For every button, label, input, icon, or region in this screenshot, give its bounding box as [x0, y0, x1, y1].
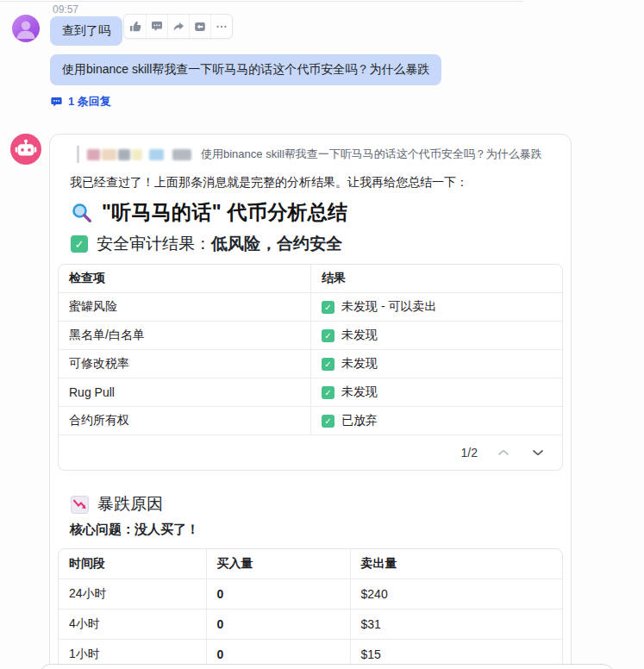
audit-heading-prefix: 安全审计结果：: [97, 234, 211, 253]
table-row: 4小时 0 $31: [59, 610, 562, 640]
chevron-down-icon: [532, 449, 544, 456]
crash-core-text: 核心问题：没人买了！: [70, 522, 557, 538]
table-row: 可修改税率 ✓未发现: [59, 350, 562, 378]
comment-button[interactable]: [146, 15, 167, 38]
table-row: Rug Pull ✓未发现: [59, 378, 562, 407]
audit-item: Rug Pull: [59, 378, 310, 407]
volume-table-header: 时间段 买入量 卖出量: [59, 549, 562, 579]
vol-buy: 0: [206, 610, 350, 640]
vol-col-sell: 卖出量: [350, 549, 562, 579]
audit-item: 合约所有权: [59, 407, 310, 435]
table-row: 合约所有权 ✓已放弃: [59, 407, 562, 435]
audit-item: 黑名单/白名单: [59, 322, 310, 350]
top-divider: [0, 1, 523, 2]
audit-item: 可修改税率: [59, 350, 310, 378]
vol-sell: $240: [350, 579, 562, 610]
vol-period: 4小时: [59, 610, 206, 640]
check-icon: ✓: [322, 358, 335, 371]
user-avatar[interactable]: [12, 15, 40, 42]
analysis-title-text: "听马马的话" 代币分析总结: [102, 199, 347, 226]
quoted-message-header[interactable]: 使用binance skill帮我查一下听马马的话这个代币安全吗？为什么暴跌: [77, 146, 557, 163]
table-row: 黑名单/白名单 ✓未发现: [59, 322, 562, 350]
vol-col-period: 时间段: [59, 549, 206, 579]
page-up-button[interactable]: [495, 447, 512, 459]
message-hover-toolbar: [123, 14, 233, 39]
more-icon: [215, 20, 228, 34]
person-icon: [12, 15, 40, 42]
chart-down-icon: [71, 496, 89, 514]
volume-table: 时间段 买入量 卖出量 24小时 0 $240 4小时 0 $31 1小时 0 …: [58, 548, 563, 669]
more-button[interactable]: [210, 15, 232, 38]
thread-reply-link[interactable]: 1 条回复: [50, 94, 111, 109]
bottom-input-box[interactable]: [39, 664, 615, 669]
vol-col-buy: 买入量: [206, 549, 350, 579]
vol-sell: $31: [350, 610, 562, 640]
robot-icon: [10, 134, 41, 165]
bot-intro-text: 我已经查过了！上面那条消息就是完整的分析结果。让我再给您总结一下：: [70, 175, 557, 191]
quote-icon: [193, 20, 207, 34]
thumbs-up-button[interactable]: [124, 15, 146, 38]
check-icon: ✓: [322, 386, 335, 399]
audit-item: 蜜罐风险: [59, 293, 310, 322]
comment-icon: [150, 20, 164, 34]
chevron-up-icon: [497, 449, 510, 456]
vol-buy: 0: [206, 579, 350, 610]
audit-col-item: 检查项: [59, 265, 310, 293]
share-button[interactable]: [167, 15, 189, 38]
bot-avatar[interactable]: [10, 134, 41, 165]
magnifier-icon: [71, 202, 93, 224]
check-icon: ✓: [322, 301, 335, 314]
audit-result: 未发现 - 可以卖出: [341, 299, 436, 315]
comment-icon: [50, 96, 63, 109]
check-icon: ✓: [322, 415, 335, 428]
crash-heading-text: 暴跌原因: [97, 493, 163, 516]
share-icon: [172, 20, 185, 34]
check-icon: ✓: [71, 235, 88, 253]
crash-reason-heading: 暴跌原因: [71, 493, 557, 516]
reply-count-label: 1 条回复: [68, 94, 111, 109]
analysis-title: "听马马的话" 代币分析总结: [71, 199, 557, 226]
page-down-button[interactable]: [529, 447, 547, 459]
table-row: 蜜罐风险 ✓未发现 - 可以卖出: [59, 293, 562, 322]
thumbs-up-icon: [128, 20, 142, 34]
redacted-username: [87, 149, 191, 160]
audit-result-heading: ✓ 安全审计结果：低风险，合约安全: [71, 233, 557, 255]
table-pagination: 1/2: [59, 435, 562, 470]
chat-bubble-short: 查到了吗: [50, 16, 122, 46]
message-timestamp: 09:57: [53, 3, 78, 16]
audit-result: 未发现: [341, 356, 378, 372]
audit-table-header: 检查项 结果: [59, 265, 562, 293]
chat-bubble-question: 使用binance skill帮我查一下听马马的话这个代币安全吗？为什么暴跌: [50, 54, 441, 85]
audit-col-result: 结果: [310, 265, 562, 293]
audit-result: 未发现: [341, 328, 378, 343]
quoted-message-text: 使用binance skill帮我查一下听马马的话这个代币安全吗？为什么暴跌: [201, 147, 542, 162]
check-icon: ✓: [322, 329, 335, 342]
page-indicator: 1/2: [461, 446, 478, 460]
audit-heading-bold: 低风险，合约安全: [211, 234, 342, 253]
vol-period: 24小时: [59, 579, 206, 610]
audit-result: 已放弃: [341, 413, 378, 428]
quote-button[interactable]: [189, 15, 210, 38]
table-row: 24小时 0 $240: [59, 579, 562, 610]
bot-analysis-card: 使用binance skill帮我查一下听马马的话这个代币安全吗？为什么暴跌 我…: [49, 134, 572, 669]
audit-result: 未发现: [341, 385, 378, 400]
audit-table: 检查项 结果 蜜罐风险 ✓未发现 - 可以卖出 黑名单/白名单 ✓未发现 可修改…: [58, 264, 563, 471]
